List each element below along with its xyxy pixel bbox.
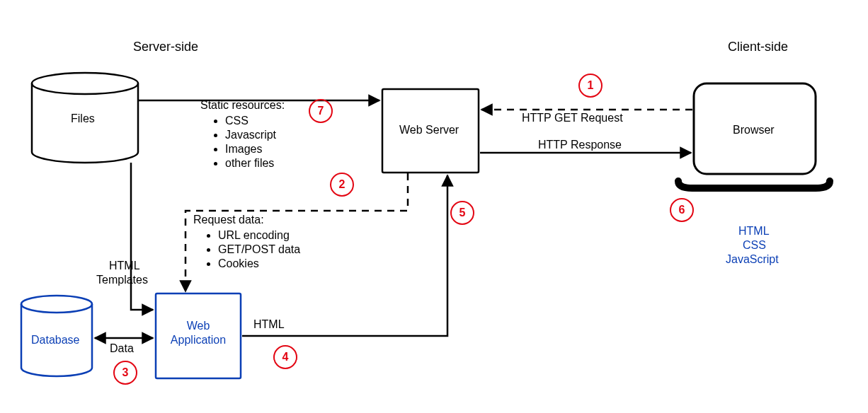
static-res-item: CSS xyxy=(225,115,276,127)
templates-l1: HTML xyxy=(109,260,140,272)
server-side-heading: Server-side xyxy=(133,40,198,54)
arrow-templates xyxy=(131,163,153,310)
database-label: Database xyxy=(31,334,80,347)
browser-label: Browser xyxy=(733,124,775,136)
step-badge-4: 4 xyxy=(273,345,297,369)
step-badge-7: 7 xyxy=(309,99,333,123)
static-res-title: Static resources: xyxy=(200,99,285,112)
request-data-item: GET/POST data xyxy=(218,243,300,256)
http-response-label: HTTP Response xyxy=(538,139,622,151)
web-server-label: Web Server xyxy=(399,124,459,136)
step-badge-1: 1 xyxy=(578,74,603,98)
html-edge-label: HTML xyxy=(253,318,285,331)
static-res-item: Images xyxy=(225,143,276,156)
templates-l2: Templates xyxy=(96,274,148,286)
web-app-label-2: Application xyxy=(169,334,228,347)
step-badge-3: 3 xyxy=(113,361,137,385)
web-app-label-1: Web xyxy=(173,320,223,332)
step-badge-6: 6 xyxy=(670,198,694,222)
step-badge-2: 2 xyxy=(330,173,354,197)
static-res-item: other files xyxy=(225,157,276,170)
data-edge-label: Data xyxy=(110,342,134,355)
request-data-title: Request data: xyxy=(193,214,264,226)
request-data-item: Cookies xyxy=(218,257,300,270)
client-tech-css: CSS xyxy=(743,239,766,252)
client-tech-js: JavaScript xyxy=(726,253,779,266)
files-label: Files xyxy=(71,112,95,125)
request-data-list: URL encoding GET/POST data Cookies xyxy=(204,228,300,272)
svg-point-1 xyxy=(21,296,92,313)
client-tech-html: HTML xyxy=(738,225,770,238)
static-res-list: CSS Javascript Images other files xyxy=(211,113,276,171)
step-badge-5: 5 xyxy=(450,201,474,225)
request-data-item: URL encoding xyxy=(218,229,300,242)
static-res-item: Javascript xyxy=(225,129,276,141)
svg-point-0 xyxy=(32,73,138,94)
client-side-heading: Client-side xyxy=(728,40,788,54)
http-get-label: HTTP GET Request xyxy=(522,112,623,124)
